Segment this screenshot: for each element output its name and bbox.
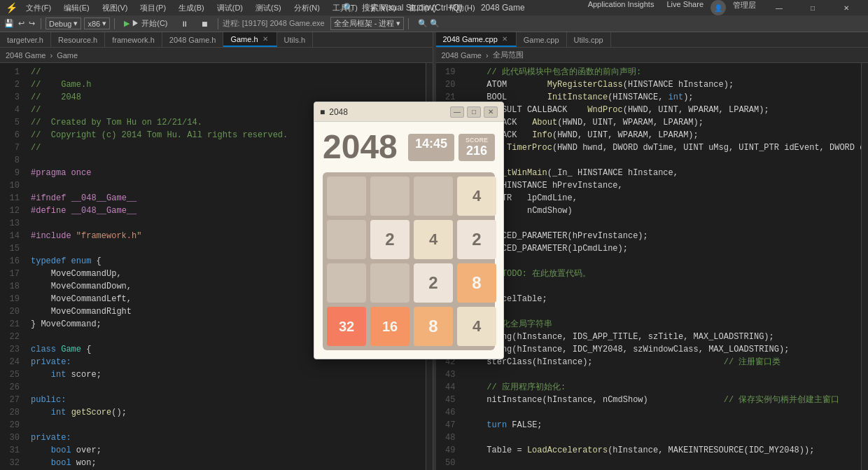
left-editor-header: 2048 Game › Game — [0, 48, 433, 63]
right-code-content[interactable]: // 此代码模块中包含的函数的前向声明: ATOM MyRegisterClas… — [461, 63, 862, 470]
search-button[interactable]: 🔍 🔍 — [413, 17, 444, 30]
find-icon: 🔍 — [418, 19, 428, 28]
debug-config-label: Debug — [49, 20, 71, 28]
scope-label: 全全局框架 - 进程 — [334, 18, 395, 29]
play-icon: ▶ — [124, 19, 130, 28]
maximize-button[interactable]: □ — [797, 0, 829, 15]
score-box: SCORE 216 — [458, 134, 495, 161]
right-minimap — [861, 63, 868, 470]
tab-game-h[interactable]: Game.h ✕ — [223, 32, 276, 47]
toolbar: 💾 ↩ ↪ Debug ▾ x86 ▾ ▶ ▶ 开始(C) ⏸ ⏹ 进程: [1… — [0, 15, 868, 32]
menu-file[interactable]: 文件(F) — [22, 3, 55, 13]
menu-test[interactable]: 测试(S) — [251, 3, 286, 13]
game-window-icon: ■ — [320, 107, 325, 117]
undo-icon[interactable]: ↩ — [17, 18, 26, 29]
toolbar-sep-4 — [408, 18, 409, 29]
toolbar-sep-1 — [41, 18, 41, 29]
process-info: 进程: [19176] 2048 Game.exe — [223, 18, 325, 29]
live-share-btn[interactable]: Live Share — [661, 0, 709, 15]
title-bar-title: 🔍 搜索 Visual Studio (Ctrl+Q) 2048 Game — [343, 2, 524, 14]
tab-utils-cpp[interactable]: Utils.cpp — [567, 32, 611, 47]
run-label: ▶ 开始(C) — [132, 18, 167, 29]
score-label: SCORE — [465, 137, 488, 144]
user-avatar[interactable]: 👤 — [710, 0, 726, 15]
right-editor-header: 2048 Game › 全局范围 — [436, 48, 869, 63]
toolbar-icons: 💾 ↩ ↪ — [3, 18, 36, 29]
tab-2048game-cpp[interactable]: 2048 Game.cpp ✕ — [436, 32, 517, 47]
toolbar-sep-3 — [218, 18, 218, 29]
breadcrumb-sep-1: › — [50, 51, 52, 60]
left-breadcrumb-file: Game — [57, 51, 78, 60]
left-line-numbers: 123456789101112131415 161718192021222324… — [0, 63, 25, 470]
redo-icon[interactable]: ↪ — [27, 18, 36, 29]
menu-debug[interactable]: 调试(D) — [213, 3, 247, 13]
cell-3-0: 32 — [327, 307, 366, 346]
tab-game-cpp[interactable]: Game.cpp — [517, 32, 567, 47]
title-bar: ⚡ 文件(F) 编辑(E) 视图(V) 项目(P) 生成(B) 调试(D) 测试… — [0, 0, 868, 15]
time-value: 14:45 — [415, 137, 447, 151]
menu-edit[interactable]: 编辑(E) — [59, 3, 94, 13]
platform-dropdown[interactable]: x86 ▾ — [84, 18, 110, 29]
platform-label: x86 — [88, 20, 100, 28]
cell-0-3: 4 — [457, 177, 496, 216]
minimize-button[interactable]: — — [763, 0, 795, 15]
game-title-controls: — □ ✕ — [450, 106, 498, 118]
tab-close-game-h[interactable]: ✕ — [261, 35, 270, 43]
menu-view[interactable]: 视图(V) — [98, 3, 132, 13]
tab-resource[interactable]: Resource.h — [51, 32, 105, 47]
scope-dropdown[interactable]: 全全局框架 - 进程 ▾ — [330, 17, 405, 30]
tab-close-2048cpp[interactable]: ✕ — [500, 35, 509, 43]
save-icon[interactable]: 💾 — [3, 18, 15, 29]
tab-2048game[interactable]: 2048 Game.h — [162, 32, 224, 47]
cell-0-2 — [414, 177, 453, 216]
cell-0-0 — [327, 177, 366, 216]
cell-3-1: 16 — [370, 307, 410, 346]
right-breadcrumb-sep: › — [486, 51, 489, 60]
cell-2-3: 8 — [457, 263, 496, 303]
game-window: ■ 2048 — □ ✕ 2048 14:45 SCORE 216 — [314, 102, 504, 359]
right-breadcrumb-project: 2048 Game — [442, 51, 482, 60]
menu-analyze[interactable]: 分析(N) — [290, 3, 324, 13]
left-tab-bar: targetver.h Resource.h framework.h 2048 … — [0, 32, 433, 48]
close-button[interactable]: ✕ — [830, 0, 862, 15]
tab-utils[interactable]: Utils.h — [277, 32, 314, 47]
left-breadcrumb-project: 2048 Game — [6, 51, 46, 60]
game-close-btn[interactable]: ✕ — [484, 106, 498, 118]
debug-config-dropdown[interactable]: Debug ▾ — [46, 18, 81, 29]
process-label: [19176] 2048 Game.exe — [242, 19, 325, 27]
game-window-title: 2048 — [329, 107, 348, 117]
cell-2-2: 2 — [414, 263, 453, 303]
cell-1-3: 2 — [457, 220, 496, 259]
find-label: 🔍 — [430, 19, 440, 28]
game-maximize-btn[interactable]: □ — [467, 106, 481, 118]
score-value: 216 — [465, 144, 488, 158]
cell-1-0 — [327, 220, 366, 259]
cell-1-2: 4 — [414, 220, 453, 259]
stop-button[interactable]: ⏹ — [196, 18, 214, 30]
game-big-title: 2048 — [323, 130, 398, 164]
game-title-bar: ■ 2048 — □ ✕ — [314, 102, 503, 122]
game-body: 2048 14:45 SCORE 216 4 2 4 2 — [314, 122, 503, 359]
vs-logo-icon: ⚡ — [6, 2, 18, 13]
cell-1-1: 2 — [370, 220, 410, 259]
game-header-row: 2048 14:45 SCORE 216 — [323, 130, 495, 164]
cell-3-3: 4 — [457, 307, 496, 346]
game-title-left: ■ 2048 — [320, 107, 348, 117]
app-title: 2048 Game — [481, 3, 525, 13]
menu-build[interactable]: 生成(B) — [174, 3, 209, 13]
app-insights-btn[interactable]: Application Insights — [582, 0, 660, 15]
menu-project[interactable]: 项目(P) — [136, 3, 170, 13]
cell-3-2: 8 — [414, 307, 453, 346]
cell-2-0 — [327, 263, 366, 303]
cell-2-1 — [370, 263, 410, 303]
tab-targetver[interactable]: targetver.h — [0, 32, 51, 47]
game-minimize-btn[interactable]: — — [450, 106, 464, 118]
pause-button[interactable]: ⏸ — [176, 18, 193, 30]
tab-framework[interactable]: framework.h — [105, 32, 162, 47]
run-button[interactable]: ▶ ▶ 开始(C) — [119, 16, 172, 31]
right-tab-bar: 2048 Game.cpp ✕ Game.cpp Utils.cpp — [436, 32, 869, 48]
cell-0-1 — [370, 177, 410, 216]
game-grid: 4 2 4 2 2 8 32 16 8 4 — [323, 172, 495, 350]
manage-btn[interactable]: 管理层 — [727, 0, 762, 15]
title-bar-controls: Application Insights Live Share 👤 管理层 — … — [582, 0, 862, 15]
